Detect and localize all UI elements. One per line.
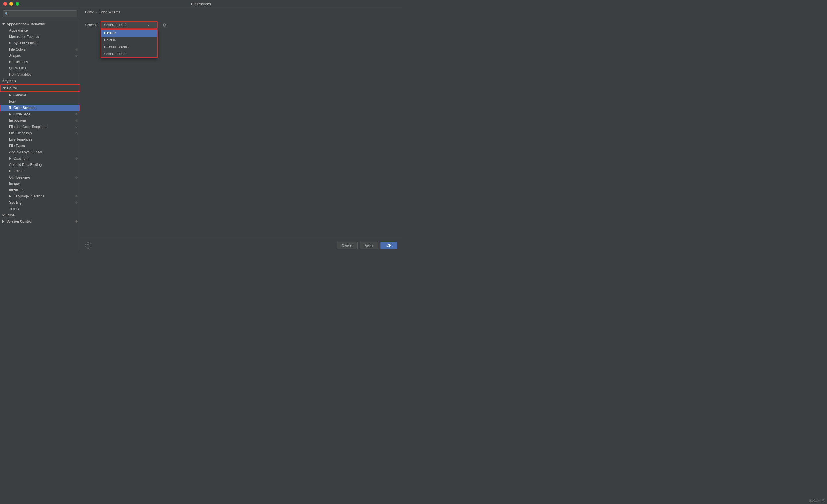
sidebar-item-notifications[interactable]: Notifications <box>0 59 80 65</box>
bottom-bar: ? Cancel Apply OK <box>81 239 402 252</box>
dropdown-item-colorful-darcula[interactable]: Colorful Darcula <box>101 44 157 51</box>
sidebar-item-android-data-binding[interactable]: Android Data Binding <box>0 162 80 168</box>
sidebar-item-label: Color Scheme <box>13 106 35 110</box>
sidebar-item-images[interactable]: Images <box>0 181 80 187</box>
breadcrumb-separator: › <box>96 10 97 14</box>
sidebar-item-path-variables[interactable]: Path Variables <box>0 71 80 78</box>
sidebar-item-label: Inspections <box>9 118 27 122</box>
close-button[interactable] <box>3 2 7 6</box>
dropdown-item-default[interactable]: Default <box>101 30 157 37</box>
scheme-gear-button[interactable]: ⚙ <box>161 22 168 29</box>
dropdown-item-solarized-dark[interactable]: Solarized Dark <box>101 51 157 57</box>
sidebar-item-copyright[interactable]: Copyright ⚙ <box>0 155 80 162</box>
sidebar-item-menus-toolbars[interactable]: Menus and Toolbars <box>0 34 80 40</box>
gear-icon: ⚙ <box>75 201 78 205</box>
sidebar-item-file-encodings[interactable]: File Encodings ⚙ <box>0 130 80 136</box>
apply-button[interactable]: Apply <box>360 242 378 249</box>
cancel-button[interactable]: Cancel <box>337 242 357 249</box>
main-layout: 🔍 Appearance & Behavior Appearance Menus… <box>0 8 402 252</box>
sidebar-item-label: TODO <box>9 207 19 211</box>
gear-icon: ⚙ <box>75 195 78 198</box>
breadcrumb: Editor › Color Scheme <box>81 8 402 17</box>
sidebar-section-label: Appearance & Behavior <box>7 22 45 26</box>
sidebar-item-quick-lists[interactable]: Quick Lists <box>0 65 80 71</box>
window-title: Preferences <box>191 2 211 6</box>
sidebar-item-appearance[interactable]: Appearance <box>0 27 80 34</box>
help-button[interactable]: ? <box>85 242 91 249</box>
scheme-row: Scheme Solarized Dark ▾ Default Darcula … <box>85 21 397 29</box>
sidebar-item-file-types[interactable]: File Types <box>0 143 80 149</box>
dropdown-item-darcula[interactable]: Darcula <box>101 37 157 44</box>
bottom-left: ? <box>85 242 91 249</box>
sidebar-item-label: Images <box>9 182 20 186</box>
sidebar-item-language-injections[interactable]: Language Injections ⚙ <box>0 193 80 199</box>
sidebar-item-label: File Types <box>9 144 25 148</box>
sidebar-content: Appearance & Behavior Appearance Menus a… <box>0 20 80 252</box>
scheme-dropdown-button[interactable]: Solarized Dark ▾ <box>100 21 158 29</box>
search-wrapper: 🔍 <box>3 10 77 17</box>
sidebar-item-live-templates[interactable]: Live Templates <box>0 136 80 143</box>
breadcrumb-color-scheme: Color Scheme <box>98 10 120 14</box>
search-input[interactable] <box>3 10 77 17</box>
sidebar-section-label: Editor <box>7 86 17 90</box>
sidebar-item-inspections[interactable]: Inspections ⚙ <box>0 117 80 124</box>
titlebar: Preferences <box>0 0 402 8</box>
expand-icon <box>9 106 11 109</box>
sidebar-item-gui-designer[interactable]: GUI Designer ⚙ <box>0 174 80 181</box>
sidebar-item-general[interactable]: General <box>0 92 80 98</box>
sidebar-item-label: Appearance <box>9 29 28 33</box>
sidebar-item-emmet[interactable]: Emmet <box>0 168 80 174</box>
sidebar-item-label: File and Code Templates <box>9 125 47 129</box>
expand-icon <box>9 94 11 97</box>
ok-button[interactable]: OK <box>381 242 397 249</box>
sidebar-item-plugins[interactable]: Plugins <box>0 212 80 218</box>
sidebar-item-code-style[interactable]: Code Style ⚙ <box>0 111 80 117</box>
maximize-button[interactable] <box>15 2 19 6</box>
sidebar-item-android-layout-editor[interactable]: Android Layout Editor <box>0 149 80 155</box>
content-area: Editor › Color Scheme Scheme Solarized D… <box>81 8 402 252</box>
sidebar-item-label: GUI Designer <box>9 175 30 180</box>
sidebar-item-label: File Colors <box>9 47 26 51</box>
sidebar-item-file-colors[interactable]: File Colors ⚙ <box>0 46 80 53</box>
gear-icon: ⚙ <box>75 175 78 180</box>
sidebar-item-intentions[interactable]: Intentions <box>0 187 80 193</box>
expand-icon <box>2 23 5 25</box>
sidebar-item-font[interactable]: Font <box>0 98 80 105</box>
sidebar-item-scopes[interactable]: Scopes ⚙ <box>0 53 80 59</box>
breadcrumb-editor: Editor <box>85 10 94 14</box>
sidebar-item-appearance-behavior[interactable]: Appearance & Behavior <box>0 21 80 27</box>
sidebar-item-keymap[interactable]: Keymap <box>0 78 80 84</box>
sidebar-item-file-code-templates[interactable]: File and Code Templates ⚙ <box>0 124 80 130</box>
sidebar-item-label: Language Injections <box>13 194 44 198</box>
sidebar: 🔍 Appearance & Behavior Appearance Menus… <box>0 8 81 252</box>
sidebar-item-label: General <box>13 93 26 97</box>
sidebar-item-label: Copyright <box>13 156 28 160</box>
sidebar-item-label: System Settings <box>13 41 39 45</box>
sidebar-item-label: Version Control <box>7 219 32 223</box>
dropdown-container: Solarized Dark ▾ Default Darcula Colorfu… <box>100 21 158 29</box>
sidebar-item-label: Code Style <box>13 112 31 116</box>
gear-icon: ⚙ <box>75 48 78 51</box>
sidebar-item-label: Font <box>9 100 16 104</box>
expand-icon <box>9 195 11 198</box>
sidebar-item-label: Android Data Binding <box>9 163 42 167</box>
dropdown-selected-value: Solarized Dark <box>104 23 127 27</box>
sidebar-item-version-control[interactable]: Version Control ⚙ <box>0 218 80 225</box>
bottom-right: Cancel Apply OK <box>337 242 397 249</box>
minimize-button[interactable] <box>9 2 13 6</box>
gear-icon: ⚙ <box>75 112 78 116</box>
expand-icon <box>9 157 11 160</box>
search-bar: 🔍 <box>0 8 80 20</box>
scheme-dropdown-panel: Default Darcula Colorful Darcula Solariz… <box>100 29 158 58</box>
sidebar-item-label: File Encodings <box>9 131 32 135</box>
sidebar-item-todo[interactable]: TODO <box>0 206 80 212</box>
sidebar-item-editor[interactable]: Editor <box>0 84 80 92</box>
sidebar-item-system-settings[interactable]: System Settings <box>0 40 80 46</box>
sidebar-item-label: Live Templates <box>9 138 32 142</box>
sidebar-item-label: Menus and Toolbars <box>9 35 40 39</box>
sidebar-item-color-scheme[interactable]: Color Scheme <box>0 105 80 111</box>
sidebar-item-spelling[interactable]: Spelling ⚙ <box>0 199 80 206</box>
sidebar-item-label: Scopes <box>9 54 21 58</box>
gear-icon: ⚙ <box>75 119 78 122</box>
titlebar-buttons <box>3 2 19 6</box>
